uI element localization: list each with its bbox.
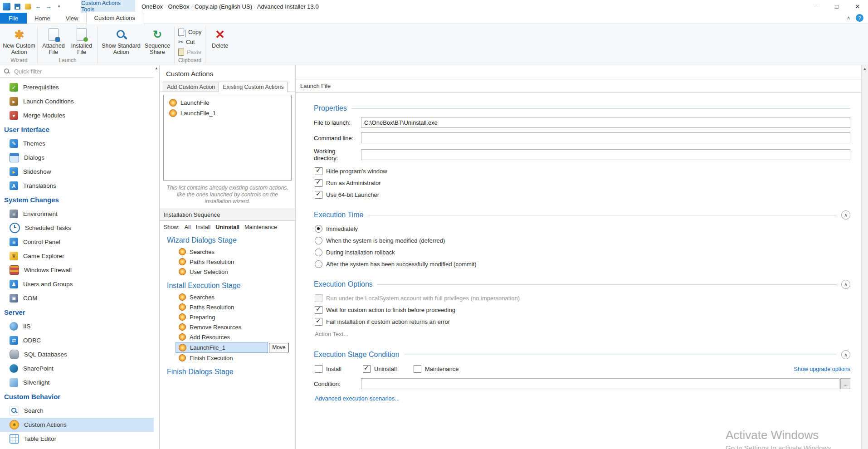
stage-item[interactable]: Finish Execution xyxy=(160,353,295,363)
sidebar-item-sql-databases[interactable]: SQL Databases xyxy=(0,347,154,361)
attached-file-button[interactable]: Attached File xyxy=(39,25,68,55)
sidebar-item-iis[interactable]: IIS xyxy=(0,319,154,333)
build-icon[interactable] xyxy=(24,3,31,10)
condition-browse-button[interactable]: ... xyxy=(840,378,850,389)
stage-item[interactable]: Add Resources xyxy=(160,332,295,342)
sidebar-item-odbc[interactable]: ODBC xyxy=(0,333,154,347)
condition-input[interactable] xyxy=(361,378,839,389)
tab-add-custom-action[interactable]: Add Custom Action xyxy=(163,82,219,92)
stage-item[interactable]: Paths Resolution xyxy=(160,302,295,312)
tab-view[interactable]: View xyxy=(58,13,86,24)
show-upgrade-options-link[interactable]: Show upgrade options xyxy=(794,366,850,372)
stage-item[interactable]: User Selection xyxy=(160,267,295,277)
collapse-section-icon[interactable]: ∧ xyxy=(841,280,850,289)
sidebar-header-custom-behavior: Custom Behavior xyxy=(0,390,154,404)
sidebar-item-environment[interactable]: Environment xyxy=(0,207,154,221)
sidebar-item-game-explorer[interactable]: Game Explorer xyxy=(0,249,154,263)
redo-icon[interactable]: → xyxy=(45,3,52,10)
sidebar-item-prerequisites[interactable]: Prerequisites xyxy=(0,80,154,94)
collapse-ribbon-icon[interactable]: ∧ xyxy=(847,15,850,21)
move-button[interactable]: Move xyxy=(269,343,289,352)
radio-commit[interactable]: After the system has been successfully m… xyxy=(314,260,850,268)
sequence-share-icon: ↻ xyxy=(153,28,162,41)
stage-item[interactable]: Searches xyxy=(160,247,295,257)
undo-icon[interactable]: ← xyxy=(34,3,42,10)
show-option-install[interactable]: Install xyxy=(196,224,211,230)
uninstall-checkbox[interactable]: Uninstall xyxy=(363,365,414,373)
cut-button[interactable]: ✂ Cut xyxy=(176,38,203,46)
list-item[interactable]: LaunchFile xyxy=(164,98,291,108)
show-option-maintenance[interactable]: Maintenance xyxy=(244,224,277,230)
show-option-all[interactable]: All xyxy=(185,224,191,230)
tab-custom-actions[interactable]: Custom Actions xyxy=(86,12,143,24)
sidebar-item-users-and-groups[interactable]: Users and Groups xyxy=(0,277,154,291)
hide-program-window-checkbox[interactable]: Hide program's window xyxy=(314,167,850,175)
sidebar-item-themes[interactable]: Themes xyxy=(0,137,154,151)
maintenance-checkbox[interactable]: Maintenance xyxy=(414,365,458,373)
stage-item[interactable]: Searches xyxy=(160,292,295,302)
sidebar-item-scheduled-tasks[interactable]: Scheduled Tasks xyxy=(0,221,154,235)
save-icon[interactable] xyxy=(14,3,21,10)
scroll-up-icon[interactable]: ▲ xyxy=(863,67,867,71)
sidebar-item-silverlight[interactable]: Silverlight xyxy=(0,376,154,390)
close-button[interactable]: ✕ xyxy=(847,0,868,13)
detail-scrollbar[interactable]: ▲ xyxy=(861,65,868,449)
sidebar-item-slideshow[interactable]: Slideshow xyxy=(0,165,154,179)
collapse-section-icon[interactable]: ∧ xyxy=(841,350,850,359)
sidebar-item-sharepoint[interactable]: SharePoint xyxy=(0,361,154,376)
paste-button[interactable]: Paste xyxy=(176,48,203,56)
use-64bit-launcher-checkbox[interactable]: Use 64-bit Launcher xyxy=(314,191,850,199)
help-icon[interactable] xyxy=(856,14,863,22)
file-to-launch-input[interactable] xyxy=(361,117,850,128)
working-directory-input[interactable] xyxy=(361,149,850,160)
run-as-administrator-checkbox[interactable]: Run as Administrator xyxy=(314,179,850,187)
install-checkbox[interactable]: Install xyxy=(315,365,363,373)
sidebar-item-search[interactable]: Search xyxy=(0,404,154,418)
wait-for-action-checkbox[interactable]: Wait for custom action to finish before … xyxy=(314,306,850,314)
radio-immediately[interactable]: Immediately xyxy=(314,225,850,233)
advanced-scenarios-link[interactable]: Advanced execution scenarios... xyxy=(314,395,850,402)
tab-file[interactable]: File xyxy=(0,13,27,24)
sidebar-item-translations[interactable]: Translations xyxy=(0,179,154,193)
sidebar-item-launch-conditions[interactable]: Launch Conditions xyxy=(0,94,154,108)
sidebar-item-control-panel[interactable]: Control Panel xyxy=(0,235,154,249)
contextual-tab-header[interactable]: Custom Actions Tools xyxy=(81,0,135,13)
radio-rollback[interactable]: During installation rollback xyxy=(314,249,850,256)
existing-actions-list[interactable]: LaunchFile LaunchFile_1 xyxy=(163,95,292,181)
collapse-section-icon[interactable]: ∧ xyxy=(841,210,850,220)
action-text-link[interactable]: Action Text... xyxy=(314,331,850,337)
copy-button[interactable]: Copy xyxy=(176,28,203,36)
action-gear-icon xyxy=(179,313,186,321)
quick-filter-input[interactable] xyxy=(13,68,150,75)
show-filter-row: Show: All Install Uninstall Maintenance xyxy=(160,221,295,231)
list-item[interactable]: LaunchFile_1 xyxy=(164,108,291,118)
sidebar-item-merge-modules[interactable]: Merge Modules xyxy=(0,108,154,122)
activate-windows-watermark: Activate Windows Go to Settings to activ… xyxy=(726,428,833,449)
minimize-button[interactable]: – xyxy=(805,0,826,13)
radio-deferred[interactable]: When the system is being modified (defer… xyxy=(314,237,850,244)
fail-installation-checkbox[interactable]: Fail installation if custom action retur… xyxy=(314,318,850,326)
sidebar-item-dialogs[interactable]: Dialogs xyxy=(0,151,154,165)
new-custom-action-button[interactable]: ✱ New Custom Action xyxy=(3,25,35,55)
sidebar-item-custom-actions[interactable]: Custom Actions xyxy=(0,418,154,432)
tab-existing-custom-actions[interactable]: Existing Custom Actions xyxy=(219,82,288,92)
sidebar-item-windows-firewall[interactable]: Windows Firewall xyxy=(0,263,154,277)
installed-file-button[interactable]: Installed File xyxy=(68,25,96,55)
sidebar-item-com[interactable]: COM xyxy=(0,291,154,305)
show-standard-action-button[interactable]: Show Standard Action xyxy=(100,25,142,55)
delete-button[interactable]: ✕ Delete xyxy=(207,25,233,49)
maximize-button[interactable]: □ xyxy=(826,0,847,13)
installed-file-icon xyxy=(77,28,87,41)
sequence-share-button[interactable]: ↻ Sequence Share xyxy=(142,25,172,55)
stage-item[interactable]: Preparing xyxy=(160,312,295,322)
sidebar-item-table-editor[interactable]: Table Editor xyxy=(0,432,154,446)
sidebar-scrollbar[interactable]: ▲ xyxy=(154,65,159,449)
show-option-uninstall[interactable]: Uninstall xyxy=(215,224,239,230)
qat-dropdown-icon[interactable]: ▾ xyxy=(55,3,63,10)
stage-item[interactable]: Paths Resolution xyxy=(160,257,295,267)
scroll-up-icon[interactable]: ▲ xyxy=(155,66,158,70)
stage-item-selected[interactable]: LaunchFile_1 xyxy=(176,342,268,352)
stage-item[interactable]: Remove Resources xyxy=(160,322,295,332)
tab-home[interactable]: Home xyxy=(27,13,58,24)
command-line-input[interactable] xyxy=(361,132,850,143)
